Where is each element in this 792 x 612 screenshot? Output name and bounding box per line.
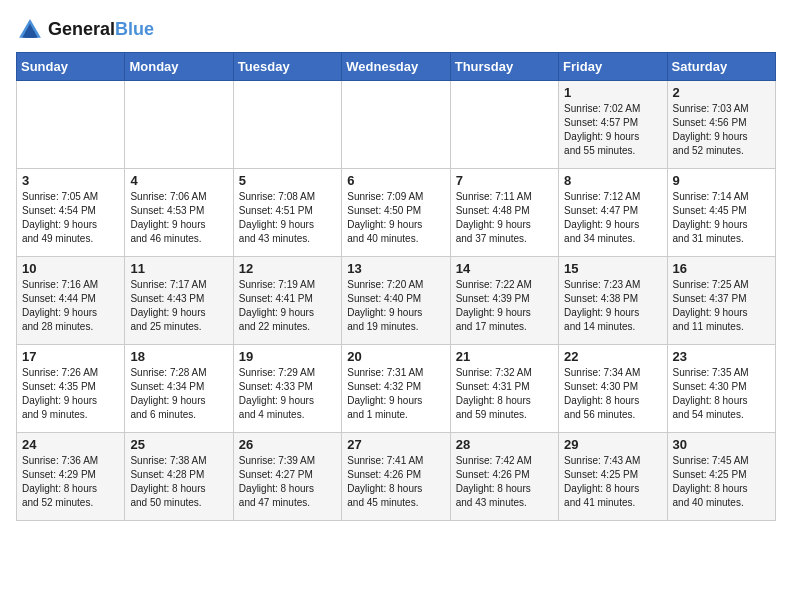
day-info: Sunrise: 7:11 AM Sunset: 4:48 PM Dayligh… bbox=[456, 190, 553, 246]
day-info: Sunrise: 7:42 AM Sunset: 4:26 PM Dayligh… bbox=[456, 454, 553, 510]
calendar-cell bbox=[233, 81, 341, 169]
day-number: 19 bbox=[239, 349, 336, 364]
day-info: Sunrise: 7:34 AM Sunset: 4:30 PM Dayligh… bbox=[564, 366, 661, 422]
weekday-header: Saturday bbox=[667, 53, 775, 81]
calendar-cell: 7Sunrise: 7:11 AM Sunset: 4:48 PM Daylig… bbox=[450, 169, 558, 257]
day-info: Sunrise: 7:39 AM Sunset: 4:27 PM Dayligh… bbox=[239, 454, 336, 510]
calendar-cell: 27Sunrise: 7:41 AM Sunset: 4:26 PM Dayli… bbox=[342, 433, 450, 521]
calendar-cell bbox=[17, 81, 125, 169]
day-number: 12 bbox=[239, 261, 336, 276]
day-info: Sunrise: 7:06 AM Sunset: 4:53 PM Dayligh… bbox=[130, 190, 227, 246]
day-number: 18 bbox=[130, 349, 227, 364]
weekday-header: Friday bbox=[559, 53, 667, 81]
day-number: 9 bbox=[673, 173, 770, 188]
day-number: 6 bbox=[347, 173, 444, 188]
calendar-cell: 24Sunrise: 7:36 AM Sunset: 4:29 PM Dayli… bbox=[17, 433, 125, 521]
day-info: Sunrise: 7:03 AM Sunset: 4:56 PM Dayligh… bbox=[673, 102, 770, 158]
day-number: 27 bbox=[347, 437, 444, 452]
day-number: 10 bbox=[22, 261, 119, 276]
weekday-header: Thursday bbox=[450, 53, 558, 81]
calendar-cell: 17Sunrise: 7:26 AM Sunset: 4:35 PM Dayli… bbox=[17, 345, 125, 433]
day-info: Sunrise: 7:02 AM Sunset: 4:57 PM Dayligh… bbox=[564, 102, 661, 158]
day-info: Sunrise: 7:05 AM Sunset: 4:54 PM Dayligh… bbox=[22, 190, 119, 246]
day-number: 7 bbox=[456, 173, 553, 188]
day-info: Sunrise: 7:09 AM Sunset: 4:50 PM Dayligh… bbox=[347, 190, 444, 246]
calendar-cell: 23Sunrise: 7:35 AM Sunset: 4:30 PM Dayli… bbox=[667, 345, 775, 433]
day-info: Sunrise: 7:28 AM Sunset: 4:34 PM Dayligh… bbox=[130, 366, 227, 422]
calendar-cell: 2Sunrise: 7:03 AM Sunset: 4:56 PM Daylig… bbox=[667, 81, 775, 169]
calendar-table: SundayMondayTuesdayWednesdayThursdayFrid… bbox=[16, 52, 776, 521]
day-number: 23 bbox=[673, 349, 770, 364]
day-info: Sunrise: 7:38 AM Sunset: 4:28 PM Dayligh… bbox=[130, 454, 227, 510]
day-info: Sunrise: 7:16 AM Sunset: 4:44 PM Dayligh… bbox=[22, 278, 119, 334]
calendar-cell: 6Sunrise: 7:09 AM Sunset: 4:50 PM Daylig… bbox=[342, 169, 450, 257]
day-info: Sunrise: 7:08 AM Sunset: 4:51 PM Dayligh… bbox=[239, 190, 336, 246]
day-number: 24 bbox=[22, 437, 119, 452]
day-info: Sunrise: 7:32 AM Sunset: 4:31 PM Dayligh… bbox=[456, 366, 553, 422]
calendar-cell: 12Sunrise: 7:19 AM Sunset: 4:41 PM Dayli… bbox=[233, 257, 341, 345]
day-number: 15 bbox=[564, 261, 661, 276]
calendar-cell: 19Sunrise: 7:29 AM Sunset: 4:33 PM Dayli… bbox=[233, 345, 341, 433]
calendar-cell: 20Sunrise: 7:31 AM Sunset: 4:32 PM Dayli… bbox=[342, 345, 450, 433]
day-info: Sunrise: 7:35 AM Sunset: 4:30 PM Dayligh… bbox=[673, 366, 770, 422]
calendar-cell bbox=[450, 81, 558, 169]
calendar-cell: 28Sunrise: 7:42 AM Sunset: 4:26 PM Dayli… bbox=[450, 433, 558, 521]
calendar-cell: 21Sunrise: 7:32 AM Sunset: 4:31 PM Dayli… bbox=[450, 345, 558, 433]
day-info: Sunrise: 7:31 AM Sunset: 4:32 PM Dayligh… bbox=[347, 366, 444, 422]
day-number: 8 bbox=[564, 173, 661, 188]
day-info: Sunrise: 7:25 AM Sunset: 4:37 PM Dayligh… bbox=[673, 278, 770, 334]
day-info: Sunrise: 7:23 AM Sunset: 4:38 PM Dayligh… bbox=[564, 278, 661, 334]
day-number: 26 bbox=[239, 437, 336, 452]
day-info: Sunrise: 7:19 AM Sunset: 4:41 PM Dayligh… bbox=[239, 278, 336, 334]
calendar-cell: 18Sunrise: 7:28 AM Sunset: 4:34 PM Dayli… bbox=[125, 345, 233, 433]
weekday-header: Tuesday bbox=[233, 53, 341, 81]
calendar-cell: 30Sunrise: 7:45 AM Sunset: 4:25 PM Dayli… bbox=[667, 433, 775, 521]
day-info: Sunrise: 7:14 AM Sunset: 4:45 PM Dayligh… bbox=[673, 190, 770, 246]
day-number: 22 bbox=[564, 349, 661, 364]
day-number: 30 bbox=[673, 437, 770, 452]
day-number: 2 bbox=[673, 85, 770, 100]
weekday-header: Monday bbox=[125, 53, 233, 81]
weekday-header: Wednesday bbox=[342, 53, 450, 81]
day-number: 28 bbox=[456, 437, 553, 452]
calendar-cell: 5Sunrise: 7:08 AM Sunset: 4:51 PM Daylig… bbox=[233, 169, 341, 257]
day-number: 16 bbox=[673, 261, 770, 276]
day-number: 11 bbox=[130, 261, 227, 276]
day-info: Sunrise: 7:22 AM Sunset: 4:39 PM Dayligh… bbox=[456, 278, 553, 334]
weekday-header: Sunday bbox=[17, 53, 125, 81]
day-info: Sunrise: 7:20 AM Sunset: 4:40 PM Dayligh… bbox=[347, 278, 444, 334]
calendar-cell: 4Sunrise: 7:06 AM Sunset: 4:53 PM Daylig… bbox=[125, 169, 233, 257]
calendar-cell: 3Sunrise: 7:05 AM Sunset: 4:54 PM Daylig… bbox=[17, 169, 125, 257]
day-info: Sunrise: 7:17 AM Sunset: 4:43 PM Dayligh… bbox=[130, 278, 227, 334]
day-number: 25 bbox=[130, 437, 227, 452]
calendar-cell: 9Sunrise: 7:14 AM Sunset: 4:45 PM Daylig… bbox=[667, 169, 775, 257]
day-info: Sunrise: 7:26 AM Sunset: 4:35 PM Dayligh… bbox=[22, 366, 119, 422]
logo-icon bbox=[16, 16, 44, 44]
calendar-cell: 11Sunrise: 7:17 AM Sunset: 4:43 PM Dayli… bbox=[125, 257, 233, 345]
logo-text: GeneralBlue bbox=[48, 20, 154, 40]
day-info: Sunrise: 7:41 AM Sunset: 4:26 PM Dayligh… bbox=[347, 454, 444, 510]
svg-rect-2 bbox=[25, 32, 34, 38]
calendar-cell: 25Sunrise: 7:38 AM Sunset: 4:28 PM Dayli… bbox=[125, 433, 233, 521]
calendar-cell: 16Sunrise: 7:25 AM Sunset: 4:37 PM Dayli… bbox=[667, 257, 775, 345]
calendar-cell: 8Sunrise: 7:12 AM Sunset: 4:47 PM Daylig… bbox=[559, 169, 667, 257]
day-number: 21 bbox=[456, 349, 553, 364]
calendar-cell: 29Sunrise: 7:43 AM Sunset: 4:25 PM Dayli… bbox=[559, 433, 667, 521]
calendar-cell: 15Sunrise: 7:23 AM Sunset: 4:38 PM Dayli… bbox=[559, 257, 667, 345]
day-info: Sunrise: 7:45 AM Sunset: 4:25 PM Dayligh… bbox=[673, 454, 770, 510]
day-number: 20 bbox=[347, 349, 444, 364]
day-info: Sunrise: 7:36 AM Sunset: 4:29 PM Dayligh… bbox=[22, 454, 119, 510]
day-info: Sunrise: 7:43 AM Sunset: 4:25 PM Dayligh… bbox=[564, 454, 661, 510]
calendar-cell: 26Sunrise: 7:39 AM Sunset: 4:27 PM Dayli… bbox=[233, 433, 341, 521]
day-number: 14 bbox=[456, 261, 553, 276]
day-info: Sunrise: 7:29 AM Sunset: 4:33 PM Dayligh… bbox=[239, 366, 336, 422]
calendar-cell bbox=[125, 81, 233, 169]
calendar-cell: 10Sunrise: 7:16 AM Sunset: 4:44 PM Dayli… bbox=[17, 257, 125, 345]
day-number: 29 bbox=[564, 437, 661, 452]
calendar-cell: 22Sunrise: 7:34 AM Sunset: 4:30 PM Dayli… bbox=[559, 345, 667, 433]
day-number: 4 bbox=[130, 173, 227, 188]
day-number: 13 bbox=[347, 261, 444, 276]
day-number: 5 bbox=[239, 173, 336, 188]
calendar-cell: 13Sunrise: 7:20 AM Sunset: 4:40 PM Dayli… bbox=[342, 257, 450, 345]
calendar-cell: 1Sunrise: 7:02 AM Sunset: 4:57 PM Daylig… bbox=[559, 81, 667, 169]
